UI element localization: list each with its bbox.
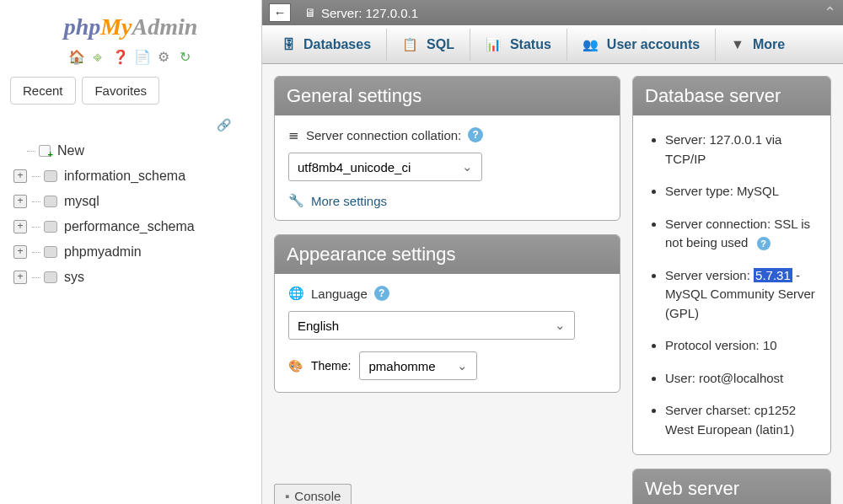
console-toggle[interactable]: ▪ Console (274, 484, 352, 504)
general-settings-panel: General settings ≣ Server connection col… (274, 76, 620, 221)
theme-label: Theme: (311, 359, 351, 373)
console-label: Console (294, 489, 341, 503)
help-icon[interactable]: ? (757, 237, 771, 250)
chevron-down-icon: ⌄ (555, 318, 566, 333)
sql-icon: 📋 (402, 37, 418, 52)
db-server-info-list: Server: 127.0.0.1 via TCP/IP Server type… (640, 124, 820, 446)
database-icon (44, 170, 57, 182)
theme-select[interactable]: pmahomme ⌄ (359, 351, 477, 380)
tree-db-label: information_schema (64, 169, 185, 184)
tab-databases[interactable]: 🗄 Databases (267, 29, 387, 61)
web-server-panel: Web server (632, 469, 831, 504)
sidebar-toolbar: 🏠 ⎆ ❓ 📄 ⚙ ↻ (10, 49, 251, 65)
expand-icon[interactable]: + (13, 220, 27, 233)
tab-label: SQL (427, 37, 454, 52)
favorites-tab[interactable]: Favorites (82, 77, 159, 105)
right-column: Database server Server: 127.0.0.1 via TC… (632, 76, 831, 504)
server-bar: ← 🖥 Server: 127.0.0.1 ⌃ (262, 0, 843, 25)
logout-icon[interactable]: ⎆ (90, 50, 105, 65)
language-icon: 🌐 (288, 286, 304, 301)
settings-icon[interactable]: ⚙ (156, 49, 171, 64)
more-settings-label: More settings (311, 194, 387, 208)
tree-db-label: phpmyadmin (64, 244, 142, 260)
expand-icon[interactable]: + (13, 271, 27, 284)
left-column: General settings ≣ Server connection col… (274, 76, 620, 504)
appearance-settings-panel: Appearance settings 🌐 Language ? English… (274, 234, 620, 393)
collation-select[interactable]: utf8mb4_unicode_ci ⌄ (288, 153, 482, 181)
server-label: Server: 127.0.0.1 (321, 6, 418, 20)
language-value: English (298, 319, 339, 333)
tab-label: Status (510, 37, 551, 52)
collapse-icon[interactable]: ⌃ (824, 3, 836, 22)
logo-part-php: php (64, 13, 101, 40)
theme-value: pmahomme (368, 359, 435, 373)
docs-icon[interactable]: ❓ (112, 49, 127, 64)
info-version: Server version: 5.7.31 - MySQL Community… (665, 260, 820, 330)
help-icon[interactable]: ? (374, 286, 389, 301)
tree-db-sys[interactable]: + sys (13, 265, 251, 290)
expand-icon[interactable]: + (13, 245, 27, 259)
theme-icon: 🎨 (288, 359, 303, 373)
expand-icon[interactable]: + (13, 169, 27, 183)
help-icon[interactable]: ? (468, 127, 483, 142)
expand-icon[interactable]: + (13, 195, 27, 208)
panel-title: General settings (275, 77, 620, 115)
database-server-panel: Database server Server: 127.0.0.1 via TC… (632, 76, 831, 455)
tree-new-label: New (57, 143, 84, 158)
info-connection: Server connection: SSL is not being used… (665, 208, 820, 260)
tree-db-label: mysql (64, 194, 99, 209)
collation-row: ≣ Server connection collation: ? (288, 127, 606, 142)
info-protocol: Protocol version: 10 (665, 330, 820, 362)
panel-title: Database server (633, 77, 830, 115)
server-icon: 🖥 (304, 6, 316, 19)
link-icon[interactable]: 🔗 (10, 118, 251, 131)
collation-icon: ≣ (288, 127, 299, 142)
tab-label: User accounts (607, 37, 700, 52)
language-row: 🌐 Language ? (288, 286, 606, 301)
content-area: General settings ≣ Server connection col… (262, 64, 843, 504)
database-icon (44, 221, 57, 233)
console-icon: ▪ (285, 489, 289, 503)
tree-db-mysql[interactable]: + mysql (13, 189, 251, 214)
database-icon (44, 196, 57, 207)
new-db-icon (39, 145, 51, 157)
tab-label: Databases (303, 37, 371, 52)
info-charset: Server charset: cp1252 West European (la… (665, 394, 820, 446)
tree-db-performance-schema[interactable]: + performance_schema (13, 214, 251, 239)
logo-part-my: My (100, 13, 132, 40)
sql-doc-icon[interactable]: 📄 (134, 49, 149, 64)
panel-title: Web server (633, 469, 830, 504)
wrench-icon: 🔧 (288, 193, 304, 208)
back-button[interactable]: ← (269, 3, 291, 22)
main-panel: ← 🖥 Server: 127.0.0.1 ⌃ 🗄 Databases 📋 SQ… (261, 0, 843, 504)
phpmyadmin-logo: phpMyAdmin (10, 13, 251, 40)
tab-more[interactable]: ▼ More (716, 29, 800, 61)
users-icon: 👥 (583, 37, 599, 52)
collation-label: Server connection collation: (306, 128, 461, 142)
chevron-down-icon: ⌄ (462, 159, 473, 174)
tree-new[interactable]: New (13, 138, 251, 164)
language-label: Language (311, 287, 368, 301)
more-settings-link[interactable]: 🔧 More settings (288, 193, 606, 208)
collation-value: utf8mb4_unicode_ci (298, 160, 411, 174)
panel-title: Appearance settings (275, 235, 620, 274)
tree-db-phpmyadmin[interactable]: + phpmyadmin (13, 239, 251, 265)
logo-part-admin: Admin (132, 13, 198, 40)
sidebar-nav-tabs: Recent Favorites (10, 77, 251, 105)
info-server: Server: 127.0.0.1 via TCP/IP (665, 124, 820, 175)
recent-tab[interactable]: Recent (10, 77, 76, 105)
language-select[interactable]: English ⌄ (288, 311, 575, 340)
reload-icon[interactable]: ↻ (178, 49, 193, 64)
version-highlight: 5.7.31 (754, 268, 792, 282)
status-icon: 📊 (486, 37, 502, 52)
theme-row: 🎨 Theme: pmahomme ⌄ (288, 351, 606, 380)
info-server-type: Server type: MySQL (665, 175, 820, 208)
tab-label: More (753, 37, 785, 52)
tab-status[interactable]: 📊 Status (470, 29, 567, 61)
tab-user-accounts[interactable]: 👥 User accounts (567, 29, 716, 61)
navigation-sidebar: phpMyAdmin 🏠 ⎆ ❓ 📄 ⚙ ↻ Recent Favorites … (0, 0, 261, 504)
top-tabs: 🗄 Databases 📋 SQL 📊 Status 👥 User accoun… (262, 25, 843, 64)
tree-db-information-schema[interactable]: + information_schema (13, 164, 251, 189)
tab-sql[interactable]: 📋 SQL (387, 29, 470, 61)
home-icon[interactable]: 🏠 (68, 49, 83, 64)
